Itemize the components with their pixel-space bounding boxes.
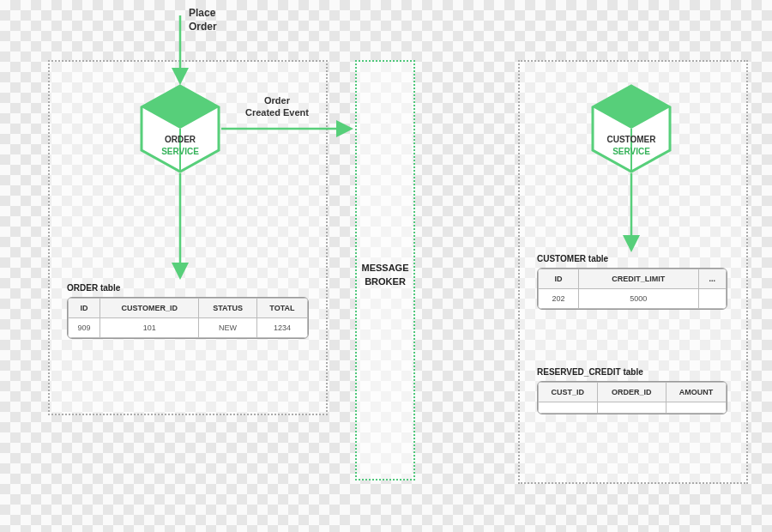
order-table: ID CUSTOMER_ID STATUS TOTAL 909 101 NEW … (67, 297, 309, 339)
res-col-custid: CUST_ID (539, 383, 598, 402)
customer-service-hexagon: CUSTOMER SERVICE (597, 134, 666, 157)
cust-col-id: ID (539, 269, 579, 289)
order-service-hexagon: ORDER SERVICE (146, 134, 214, 157)
order-service-name: ORDER (165, 135, 196, 144)
res-col-orderid: ORDER_ID (597, 383, 666, 402)
reserved-credit-table: CUST_ID ORDER_ID AMOUNT (537, 381, 727, 414)
reserved-credit-title: RESERVED_CREDIT table (537, 367, 643, 377)
order-table-title: ORDER table (67, 283, 120, 293)
order-col-status: STATUS (199, 299, 257, 318)
cust-col-etc: ... (698, 269, 726, 289)
customer-table-row: 202 5000 (539, 289, 727, 309)
order-service-sub: SERVICE (161, 147, 199, 156)
order-col-customerid: CUSTOMER_ID (100, 299, 199, 318)
customer-service-sub: SERVICE (612, 147, 650, 156)
reserved-credit-row (539, 402, 727, 414)
diagram-svg (0, 0, 772, 532)
order-col-total: TOTAL (256, 299, 307, 318)
cust-col-credit: CREDIT_LIMIT (579, 269, 698, 289)
order-col-id: ID (69, 299, 100, 318)
order-table-row: 909 101 NEW 1234 (69, 318, 308, 338)
res-col-amount: AMOUNT (666, 383, 726, 402)
customer-table-title: CUSTOMER table (537, 254, 608, 263)
customer-service-name: CUSTOMER (606, 135, 655, 144)
customer-table: ID CREDIT_LIMIT ... 202 5000 (537, 268, 727, 310)
